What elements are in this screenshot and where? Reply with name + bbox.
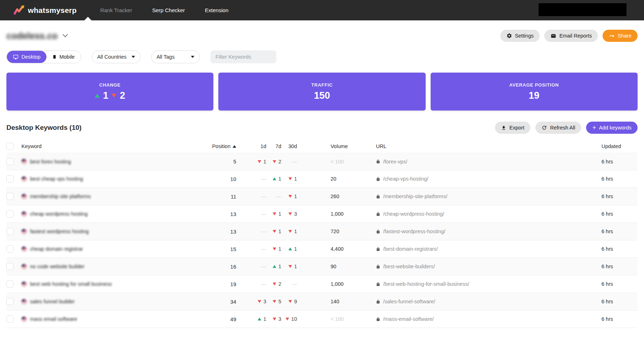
column-header-volume[interactable]: Volume: [302, 143, 372, 149]
volume-value: 1,000: [331, 211, 343, 217]
export-button[interactable]: Export: [495, 122, 530, 134]
monitor-icon: [13, 54, 19, 60]
url-label: /mass-email-software/: [383, 316, 434, 322]
refresh-all-button[interactable]: Refresh All: [535, 122, 581, 134]
url-link[interactable]: /membership-site-platforms/: [372, 193, 558, 199]
row-checkbox[interactable]: [6, 158, 14, 165]
row-checkbox[interactable]: [6, 193, 14, 200]
lock-icon: [376, 282, 380, 286]
url-link[interactable]: /cheap-wordpress-hosting/: [372, 211, 558, 217]
volume-value: 1,000: [331, 281, 343, 287]
mobile-toggle[interactable]: Mobile: [46, 51, 81, 63]
column-header-updated[interactable]: Updated: [558, 143, 638, 149]
column-header-keyword[interactable]: Keyword: [21, 143, 195, 149]
updated-value: 6 hrs: [558, 229, 638, 234]
email-reports-button[interactable]: Email Reports: [544, 30, 598, 42]
url-link[interactable]: /cheap-vps-hosting/: [372, 176, 558, 182]
site-name: codeless.co: [6, 31, 58, 41]
lock-icon: [376, 264, 380, 269]
tag-select[interactable]: All Tags: [151, 50, 200, 63]
row-checkbox[interactable]: [6, 263, 14, 270]
url-link[interactable]: /mass-email-software/: [372, 316, 558, 322]
caret-down-icon: [191, 56, 194, 58]
settings-button[interactable]: Settings: [500, 30, 540, 42]
tag-select-value: All Tags: [157, 54, 175, 60]
row-checkbox[interactable]: [6, 210, 14, 217]
site-selector[interactable]: codeless.co: [6, 31, 68, 41]
keyword-label[interactable]: best web hosting for small business: [30, 281, 112, 287]
volume-value: < 100: [331, 159, 344, 165]
row-checkbox[interactable]: [6, 175, 14, 182]
change-7d: —: [270, 193, 284, 199]
down-triangle-icon: [288, 300, 292, 303]
row-checkbox[interactable]: [6, 298, 14, 305]
keyword-label[interactable]: membership site platforms: [30, 193, 91, 199]
change-30d: 9: [284, 299, 302, 304]
down-triangle-icon: [288, 195, 292, 198]
change-1d: —: [241, 281, 270, 287]
us-flag-icon: [21, 317, 27, 322]
change-7d: 3: [270, 316, 284, 322]
desktop-toggle[interactable]: Desktop: [7, 51, 46, 63]
change-7d: 2: [270, 159, 284, 165]
change-7d: 1: [270, 229, 284, 234]
keyword-label[interactable]: best cheap vps hosting: [30, 176, 83, 182]
brand-logo[interactable]: whatsmyserp: [14, 5, 76, 15]
nav-item-rank-tracker[interactable]: Rank Tracker: [100, 7, 132, 13]
row-checkbox[interactable]: [6, 315, 14, 323]
column-header-1d[interactable]: 1d: [241, 143, 270, 149]
active-tab-notch: [84, 17, 91, 20]
table-row: best web hosting for small business 19 —…: [6, 275, 638, 293]
column-header-7d[interactable]: 7d: [270, 143, 284, 149]
table-row: mass email software 49 1 3 10 < 100 /mas…: [6, 310, 638, 328]
nav-item-extension[interactable]: Extension: [205, 7, 228, 13]
change-value: 1: [294, 264, 297, 269]
row-checkbox[interactable]: [6, 245, 14, 253]
keyword-label[interactable]: no code website builder: [30, 264, 84, 269]
change-30d: 1: [284, 229, 302, 234]
url-link[interactable]: /forex-vps/: [372, 159, 558, 165]
add-keywords-button[interactable]: + Add keywords: [586, 122, 638, 134]
change-value: 1: [278, 246, 281, 252]
change-30d: —: [284, 159, 302, 165]
down-triangle-icon: [286, 318, 289, 320]
position-value: 16: [195, 264, 241, 270]
url-label: /best-website-builders/: [383, 264, 435, 269]
url-link[interactable]: /best-domain-registrars/: [372, 246, 558, 252]
updated-value: 6 hrs: [558, 246, 638, 252]
no-change-dash: —: [261, 193, 267, 199]
row-checkbox[interactable]: [6, 228, 14, 235]
country-select[interactable]: All Countries: [92, 50, 140, 63]
change-1d: 1: [241, 159, 270, 165]
top-nav: whatsmyserp Rank Tracker Serp Checker Ex…: [0, 0, 644, 20]
nav-item-serp-checker[interactable]: Serp Checker: [152, 7, 185, 13]
down-triangle-icon: [273, 212, 276, 215]
position-value: 13: [195, 229, 241, 235]
keyword-label[interactable]: mass email software: [30, 316, 77, 322]
keyword-label[interactable]: fastest wordpress hosting: [30, 229, 89, 234]
url-link[interactable]: /best-website-builders/: [372, 264, 558, 269]
change-value: 9: [294, 299, 297, 304]
url-link[interactable]: /best-web-hosting-for-small-business/: [372, 281, 558, 287]
change-value: 1: [263, 316, 266, 322]
keyword-label[interactable]: sales funnel builder: [30, 299, 75, 304]
share-button[interactable]: Share: [603, 30, 638, 42]
row-checkbox[interactable]: [6, 280, 14, 288]
lock-icon: [376, 212, 380, 216]
keyword-filter-input[interactable]: [210, 50, 276, 63]
redacted-box: [539, 3, 626, 16]
url-link[interactable]: /fastest-wordpress-hosting/: [372, 229, 558, 234]
url-link[interactable]: /sales-funnel-software/: [372, 299, 558, 304]
keyword-label[interactable]: cheap wordpress hosting: [30, 211, 88, 217]
column-header-30d[interactable]: 30d: [284, 143, 302, 149]
down-triangle-icon: [288, 212, 292, 215]
change-30d: 3: [284, 211, 302, 217]
column-header-position[interactable]: Position: [195, 143, 241, 149]
updated-value: 6 hrs: [558, 193, 638, 199]
updated-value: 6 hrs: [558, 159, 638, 165]
keyword-label[interactable]: best forex hosting: [30, 159, 71, 165]
keyword-label[interactable]: cheap domain registrar: [30, 246, 83, 252]
volume-value: 720: [331, 229, 339, 234]
select-all-checkbox[interactable]: [6, 143, 14, 150]
table-header-row: Keyword Position 1d 7d 30d Volume URL Up…: [6, 140, 638, 153]
